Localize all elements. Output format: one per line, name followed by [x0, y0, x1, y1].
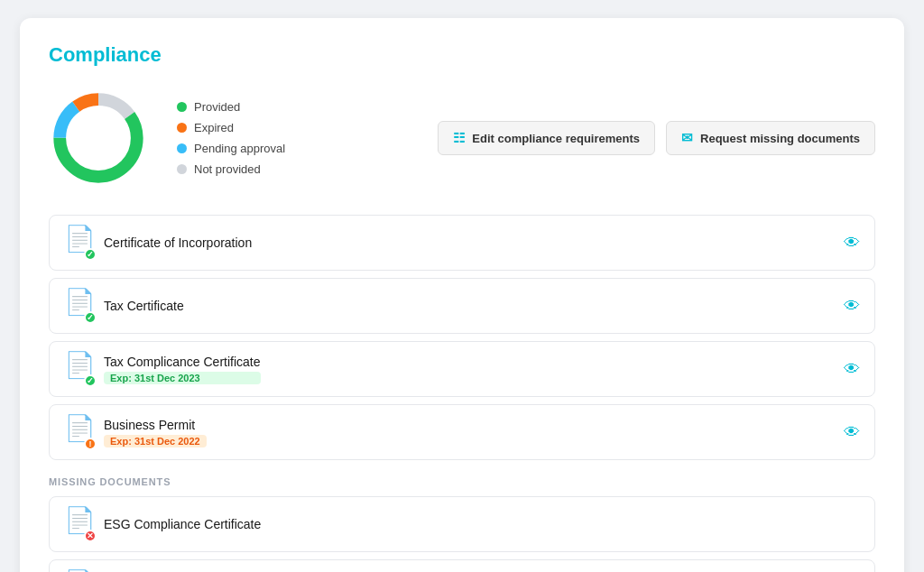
legend-dot-not-provided: [177, 164, 187, 174]
doc-name: ESG Compliance Certificate: [104, 517, 261, 531]
doc-left: 📄 ! Business Permit Exp: 31st Dec 2022: [64, 416, 207, 448]
legend-dot-pending: [177, 143, 187, 153]
chart-legend-row: Provided Expired Pending approval Not pr…: [49, 88, 285, 188]
legend-pending: Pending approval: [177, 142, 285, 155]
doc-name: Certificate of Incorporation: [104, 235, 252, 250]
doc-info: Certificate of Incorporation: [104, 235, 252, 250]
legend-not-provided: Not provided: [177, 162, 285, 176]
page-title: Compliance: [49, 43, 875, 67]
edit-icon: ☷: [453, 130, 465, 146]
missing-document-list: 📄 ✕ ESG Compliance Certificate 📄 ✕ Compa…: [49, 496, 875, 572]
doc-left: 📄 ✓ Tax Certificate: [64, 290, 184, 322]
status-badge-provided: ✓: [84, 311, 97, 324]
legend-label-not-provided: Not provided: [194, 162, 261, 176]
table-row: 📄 ✕ Company Profile: [49, 559, 875, 572]
action-buttons: ☷ Edit compliance requirements ✉ Request…: [438, 121, 875, 155]
view-icon[interactable]: 👁: [844, 423, 860, 442]
doc-icon-wrap: 📄 ✓: [64, 290, 93, 322]
donut-svg: [49, 88, 148, 188]
legend-label-pending: Pending approval: [194, 142, 285, 155]
legend-label-expired: Expired: [194, 121, 234, 134]
doc-info: Tax Complicance Certificate Exp: 31st De…: [104, 355, 261, 384]
table-row: 📄 ✓ Tax Certificate 👁: [49, 278, 875, 334]
donut-chart: [49, 88, 148, 188]
chart-legend: Provided Expired Pending approval Not pr…: [177, 100, 285, 176]
doc-info: Business Permit Exp: 31st Dec 2022: [104, 418, 207, 447]
doc-left: 📄 ✕ ESG Compliance Certificate: [64, 508, 261, 540]
expiry-badge: Exp: 31st Dec 2023: [104, 372, 261, 384]
table-row: 📄 ✓ Tax Complicance Certificate Exp: 31s…: [49, 341, 875, 397]
doc-name: Business Permit: [104, 418, 207, 432]
legend-provided: Provided: [177, 100, 285, 114]
doc-icon-wrap: 📄 ✕: [64, 508, 93, 540]
status-badge-provided: ✓: [84, 248, 97, 261]
table-row: 📄 ✕ ESG Compliance Certificate: [49, 496, 875, 552]
document-list: 📄 ✓ Certificate of Incorporation 👁 📄 ✓ T…: [49, 215, 875, 460]
table-row: 📄 ! Business Permit Exp: 31st Dec 2022 👁: [49, 404, 875, 460]
compliance-card: Compliance Provided: [20, 18, 904, 572]
doc-icon-wrap: 📄 !: [64, 416, 93, 448]
status-badge-provided: ✓: [84, 374, 97, 387]
legend-dot-provided: [177, 102, 187, 112]
doc-info: ESG Compliance Certificate: [104, 517, 261, 531]
request-missing-label: Request missing documents: [700, 132, 860, 145]
table-row: 📄 ✓ Certificate of Incorporation 👁: [49, 215, 875, 271]
request-missing-button[interactable]: ✉ Request missing documents: [666, 121, 875, 155]
legend-label-provided: Provided: [194, 100, 240, 114]
legend-dot-expired: [177, 123, 187, 133]
edit-compliance-label: Edit compliance requirements: [472, 132, 640, 145]
top-section: Provided Expired Pending approval Not pr…: [49, 88, 875, 188]
doc-name: Tax Certificate: [104, 299, 184, 313]
doc-icon-wrap: 📄 ✓: [64, 226, 93, 259]
expiry-badge: Exp: 31st Dec 2022: [104, 435, 207, 447]
legend-expired: Expired: [177, 121, 285, 134]
doc-icon-wrap: 📄 ✓: [64, 353, 93, 385]
status-badge-missing: ✕: [84, 530, 97, 542]
view-icon[interactable]: 👁: [844, 360, 860, 379]
mail-icon: ✉: [681, 130, 693, 146]
view-icon[interactable]: 👁: [844, 297, 860, 316]
edit-compliance-button[interactable]: ☷ Edit compliance requirements: [438, 121, 655, 155]
doc-left: 📄 ✓ Tax Complicance Certificate Exp: 31s…: [64, 353, 261, 385]
doc-info: Tax Certificate: [104, 299, 184, 313]
missing-docs-section-label: MISSING DOCUMENTS: [49, 476, 875, 487]
doc-name: Tax Complicance Certificate: [104, 355, 261, 369]
doc-left: 📄 ✓ Certificate of Incorporation: [64, 226, 252, 259]
status-badge-expired: !: [84, 438, 97, 450]
view-icon[interactable]: 👁: [844, 234, 860, 253]
